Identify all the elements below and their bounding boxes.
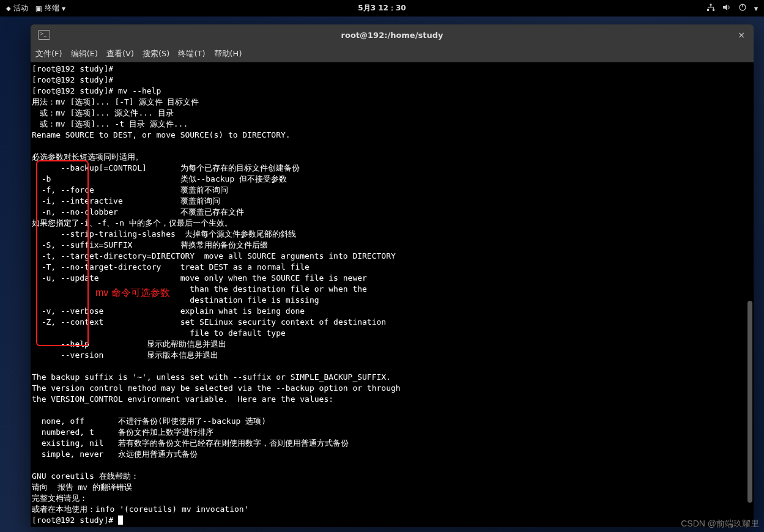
svg-rect-0 xyxy=(707,9,709,11)
network-icon[interactable] xyxy=(707,3,715,13)
menu-help[interactable]: 帮助(H) xyxy=(214,48,242,59)
activities-button[interactable]: 活动 xyxy=(6,3,28,13)
menu-search[interactable]: 搜索(S) xyxy=(143,48,169,59)
scrollbar[interactable] xyxy=(746,62,754,527)
gnome-top-panel: 活动 ▣ 终端 ▾ 5月3 12：30 ▾ xyxy=(0,0,764,17)
power-icon[interactable] xyxy=(738,3,747,13)
menu-file[interactable]: 文件(F) xyxy=(35,48,62,59)
window-title: root@192:/home/study xyxy=(341,31,443,40)
volume-icon[interactable] xyxy=(722,3,731,13)
menu-edit[interactable]: 编辑(E) xyxy=(71,48,98,59)
terminal-app-icon: ▣ xyxy=(35,4,42,13)
chevron-down-icon: ▾ xyxy=(62,4,65,13)
terminal-window: root@192:/home/study × 文件(F) 编辑(E) 查看(V)… xyxy=(31,24,754,527)
app-menu-label: 终端 xyxy=(45,3,59,13)
watermark: CSDN @前端玖耀里 xyxy=(681,519,759,530)
menu-view[interactable]: 查看(V) xyxy=(106,48,134,59)
menubar: 文件(F) 编辑(E) 查看(V) 搜索(S) 终端(T) 帮助(H) xyxy=(31,45,754,62)
svg-rect-1 xyxy=(713,9,714,11)
app-menu[interactable]: ▣ 终端 ▾ xyxy=(35,3,65,13)
annotation-text: mv 命令可选参数 xyxy=(95,287,170,298)
window-titlebar[interactable]: root@192:/home/study × xyxy=(31,24,754,45)
scrollbar-thumb[interactable] xyxy=(747,301,752,503)
svg-rect-2 xyxy=(710,4,711,6)
terminal-icon xyxy=(38,30,50,40)
terminal-body[interactable]: [root@192 study]# [root@192 study]# [roo… xyxy=(31,62,754,527)
terminal-cursor xyxy=(118,515,123,525)
chevron-down-icon: ▾ xyxy=(754,4,758,13)
clock[interactable]: 5月3 12：30 xyxy=(358,3,406,13)
close-button[interactable]: × xyxy=(735,30,747,40)
menu-terminal[interactable]: 终端(T) xyxy=(178,48,205,59)
